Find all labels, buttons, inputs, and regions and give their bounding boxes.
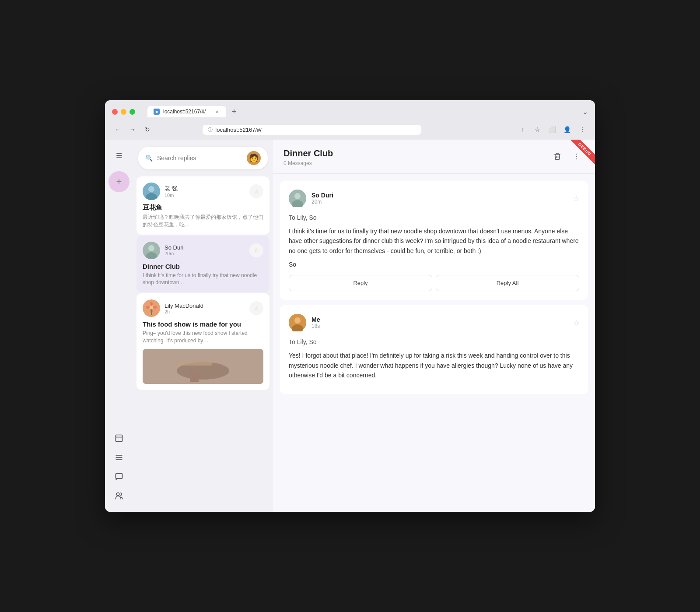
sender-name: Lily MacDonald <box>164 302 245 309</box>
sender-avatar-lily <box>143 299 160 317</box>
maximize-window-button[interactable] <box>130 109 135 115</box>
browser-toolbar-right: ↑ ☆ ⬜ 👤 ⋮ <box>517 124 588 135</box>
message-header: So Duri 20m ☆ <box>289 190 579 207</box>
email-subject: This food show is made for you <box>143 320 263 328</box>
email-message-count: 0 Messages <box>284 160 550 166</box>
message-body: Yes! I forgot about that place! I'm defi… <box>289 351 579 380</box>
email-item-header: So Duri 20m ☆ <box>143 242 263 259</box>
tab-favicon: ◆ <box>154 109 160 115</box>
extensions-icon[interactable]: ⬜ <box>547 124 558 135</box>
address-url: localhost:52167/#/ <box>215 127 262 133</box>
message-to: To Lily, So <box>289 214 579 221</box>
email-item-soduri[interactable]: So Duri 20m ☆ Dinner Club I think it's t… <box>136 236 270 293</box>
svg-point-27 <box>294 193 301 199</box>
svg-point-9 <box>148 186 154 192</box>
svg-rect-25 <box>177 362 212 366</box>
sidebar-item-list[interactable] <box>110 449 128 466</box>
svg-point-19 <box>153 306 157 309</box>
message-time: 18s <box>312 323 568 329</box>
sidebar-icons: ☰ + <box>105 140 133 512</box>
svg-point-16 <box>150 302 153 306</box>
email-subject: Dinner Club <box>143 263 263 270</box>
tab-title: localhost:52167/#/ <box>163 109 206 115</box>
message-sender-name: Me <box>312 316 568 323</box>
thumbnail-image <box>143 349 263 384</box>
message-star-button[interactable]: ☆ <box>573 319 579 327</box>
app-content: ☰ + <box>105 140 595 512</box>
user-avatar-icon: 🧑 <box>249 153 259 163</box>
message-avatar-me <box>289 314 306 331</box>
svg-rect-5 <box>116 474 122 479</box>
browser-window: ◆ localhost:52167/#/ ✕ + ⌄ ← → ↻ ⓘ local <box>105 100 595 512</box>
browser-tab[interactable]: ◆ localhost:52167/#/ ✕ <box>147 106 226 117</box>
sender-avatar-laoquan <box>143 183 160 200</box>
email-main-subject: Dinner Club <box>284 148 550 158</box>
email-subject: 豆花鱼 <box>143 204 263 212</box>
address-bar[interactable]: ⓘ localhost:52167/#/ <box>203 125 421 135</box>
email-main-view: DEBUG Dinner Club 0 Messages ⋮ <box>273 140 595 512</box>
email-time: 2h <box>164 309 245 314</box>
star-button[interactable]: ☆ <box>249 301 263 315</box>
message-to: To Lily, So <box>289 338 579 345</box>
message-body: I think it's time for us to finally try … <box>289 226 579 256</box>
refresh-button[interactable]: ↻ <box>142 124 153 135</box>
debug-corner: DEBUG <box>569 140 595 166</box>
message-header: Me 18s ☆ <box>289 314 579 331</box>
star-button[interactable]: ☆ <box>249 243 263 257</box>
email-item-header: 老 强 10m ☆ <box>143 183 263 200</box>
sidebar-nav-icons <box>110 429 128 505</box>
back-button[interactable]: ← <box>112 124 123 135</box>
browser-addressbar: ← → ↻ ⓘ localhost:52167/#/ ↑ ☆ ⬜ 👤 ⋮ <box>105 121 595 140</box>
delete-email-button[interactable] <box>550 148 565 164</box>
email-list: 老 强 10m ☆ 豆花鱼 最近忙吗？昨晚我去了你最爱的那家饭馆，点了他们的特色… <box>133 176 273 512</box>
sender-name: So Duri <box>164 244 245 251</box>
profile-icon[interactable]: 👤 <box>562 124 573 135</box>
message-sign: So <box>289 261 579 268</box>
new-tab-button[interactable]: + <box>228 106 240 118</box>
message-avatar-soduri <box>289 190 306 207</box>
bookmark-icon[interactable]: ☆ <box>532 124 543 135</box>
reply-all-button[interactable]: Reply All <box>436 275 579 291</box>
browser-titlebar: ◆ localhost:52167/#/ ✕ + ⌄ <box>105 100 595 121</box>
sender-info: So Duri 20m <box>164 244 245 256</box>
browser-menu-button[interactable]: ⌄ <box>582 108 588 116</box>
sidebar-item-contacts[interactable] <box>110 487 128 505</box>
message-star-button[interactable]: ☆ <box>573 194 579 203</box>
svg-rect-24 <box>190 371 199 382</box>
star-button[interactable]: ☆ <box>249 184 263 198</box>
email-item-laoquan[interactable]: 老 强 10m ☆ 豆花鱼 最近忙吗？昨晚我去了你最爱的那家饭馆，点了他们的特色… <box>136 176 270 235</box>
share-icon[interactable]: ↑ <box>517 124 528 135</box>
compose-button[interactable]: + <box>108 171 130 192</box>
sidebar-item-chat[interactable] <box>110 468 128 485</box>
email-thumbnail <box>143 349 263 384</box>
menu-toggle-button[interactable]: ☰ <box>110 147 128 164</box>
sender-info: Lily MacDonald 2h <box>164 302 245 314</box>
message-sender-info: So Duri 20m <box>312 192 568 205</box>
svg-point-7 <box>116 493 119 496</box>
email-preview: Ping– you'd love this new food show I st… <box>143 330 263 345</box>
email-item-lily[interactable]: Lily MacDonald 2h ☆ This food show is ma… <box>136 293 270 390</box>
email-title-section: Dinner Club 0 Messages <box>284 148 550 166</box>
sender-name: 老 强 <box>164 185 245 193</box>
close-window-button[interactable] <box>112 109 118 115</box>
sidebar-item-inbox[interactable] <box>110 429 128 447</box>
forward-button[interactable]: → <box>127 124 138 135</box>
sender-avatar-soduri <box>143 242 160 259</box>
tab-close-button[interactable]: ✕ <box>214 109 220 115</box>
browser-settings-icon[interactable]: ⋮ <box>577 124 588 135</box>
email-item-header: Lily MacDonald 2h ☆ <box>143 299 263 317</box>
message-card-2: Me 18s ☆ To Lily, So Yes! I forgot about… <box>280 305 588 394</box>
message-time: 20m <box>312 199 568 205</box>
reply-button[interactable]: Reply <box>289 275 432 291</box>
address-security-icon: ⓘ <box>208 127 213 133</box>
debug-badge: DEBUG <box>570 140 595 164</box>
search-icon: 🔍 <box>145 155 153 162</box>
search-bar[interactable]: 🔍 🧑 <box>138 147 268 169</box>
search-input[interactable] <box>157 155 242 162</box>
user-avatar[interactable]: 🧑 <box>247 151 261 165</box>
minimize-window-button[interactable] <box>121 109 126 115</box>
browser-chrome: ◆ localhost:52167/#/ ✕ + ⌄ ← → ↻ ⓘ local <box>105 100 595 140</box>
message-sender-name: So Duri <box>312 192 568 199</box>
email-time: 10m <box>164 193 245 198</box>
email-messages: So Duri 20m ☆ To Lily, So I think it's t… <box>273 174 595 512</box>
